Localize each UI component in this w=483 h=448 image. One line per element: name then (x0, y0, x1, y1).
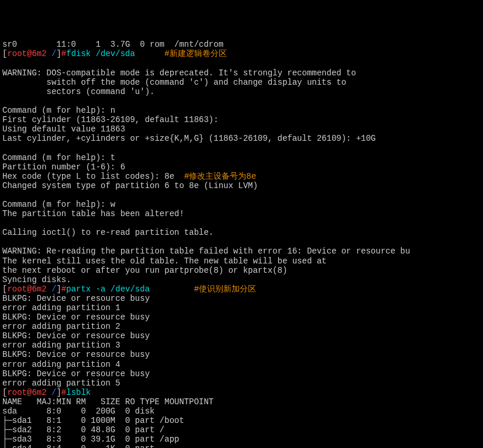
prompt-hash: # (61, 284, 66, 294)
command-partx[interactable]: partx -a /dev/sda (66, 284, 150, 294)
lsblk-row: ├─sda4 8:4 0 1K 0 part (2, 444, 154, 448)
prompt-close: ] (56, 284, 61, 294)
prompt-path: / (47, 284, 57, 294)
prompt-path: / (47, 49, 57, 58)
prompt-user: root@6m2 (7, 49, 46, 58)
annotation-recognize-new-partition: #使识别新加分区 (194, 284, 256, 294)
prompt-close: ] (56, 49, 61, 58)
lsblk-row: sda 8:0 0 200G 0 disk (2, 407, 154, 416)
lsblk-row: ├─sda3 8:3 0 39.1G 0 part /app (2, 435, 179, 444)
lsblk-row: ├─sda2 8:2 0 48.8G 0 part / (2, 425, 164, 435)
prompt-user: root@6m2 (7, 284, 46, 294)
annotation-new-lv-partition: #新建逻辑卷分区 (164, 49, 226, 58)
prompt-close: ] (56, 388, 61, 397)
lsblk-row: ├─sda1 8:1 0 1000M 0 part /boot (2, 416, 184, 425)
fdisk-output-1: WARNING: DOS-compatible mode is deprecat… (2, 68, 376, 181)
command-lsblk[interactable]: lsblk (66, 388, 91, 397)
prompt-hash: # (61, 49, 66, 58)
annotation-hexcode-8e: #修改主设备号为8e (184, 172, 256, 181)
command-fdisk[interactable]: fdisk /dev/sda (66, 49, 135, 58)
fdisk-output-2: Changed system type of partition 6 to 8e… (2, 181, 410, 284)
prompt-path: / (47, 388, 57, 397)
partx-output: BLKPG: Device or resource busy error add… (2, 294, 150, 388)
lsblk-header: NAME MAJ:MIN RM SIZE RO TYPE MOUNTPOINT (2, 397, 213, 407)
prompt-user: root@6m2 (7, 388, 46, 397)
top-partial-line: sr0 11:0 1 3.7G 0 rom /mnt/cdrom (2, 40, 223, 49)
prompt-hash: # (61, 388, 66, 397)
